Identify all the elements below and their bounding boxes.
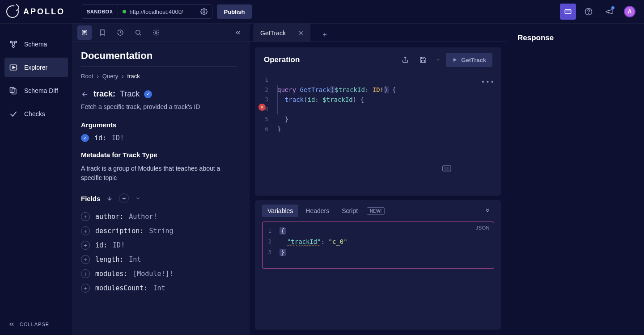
field-type[interactable]: Int [129, 255, 141, 264]
collapse-doc-icon[interactable] [231, 25, 245, 40]
help-icon[interactable] [580, 4, 597, 20]
nav-schema[interactable]: Schema [4, 34, 68, 54]
track-type[interactable]: Track [120, 89, 140, 99]
response-panel: Response [507, 24, 644, 335]
studio-icon[interactable] [560, 4, 576, 20]
fields-dropdown-icon[interactable] [135, 196, 140, 201]
operation-tab[interactable]: GetTrack ✕ [254, 24, 310, 42]
save-icon[interactable] [416, 53, 430, 67]
variables-tabs: Variables Headers Script NEW! [255, 200, 501, 222]
collapse-label: COLLAPSE [20, 322, 49, 327]
add-all-fields-icon[interactable]: + [119, 193, 129, 203]
tab-variables[interactable]: Variables [262, 205, 298, 217]
operation-code[interactable]: query GetTrack($trackId: ID!) { track(id… [273, 72, 501, 196]
save-dropdown-icon[interactable] [434, 53, 441, 67]
arg-id-name: id: [94, 134, 106, 142]
nav-schema-label: Schema [24, 41, 47, 48]
endpoint-url-field[interactable]: http://localhost:4000/ [118, 5, 212, 18]
svg-rect-15 [443, 166, 451, 171]
metadata-text: A track is a group of Modules that teach… [81, 164, 237, 183]
argument-check-icon[interactable]: ✓ [81, 134, 89, 142]
add-field-icon[interactable]: + [81, 241, 90, 250]
variables-code[interactable]: { "trackId": "c_0" } [275, 222, 494, 268]
add-field-icon[interactable]: + [81, 212, 90, 221]
argument-row: ✓ id: ID! [81, 134, 237, 142]
bookmark-icon[interactable] [95, 25, 110, 40]
settings-icon[interactable] [149, 25, 163, 40]
field-name[interactable]: length: [95, 255, 123, 264]
nav-checks-label: Checks [24, 110, 45, 117]
vars-line-gutter: 123 [263, 222, 275, 268]
fields-heading: Fields [81, 195, 100, 202]
keyboard-icon[interactable] [442, 146, 495, 191]
field-type[interactable]: String [149, 227, 173, 235]
connection-status-dot [123, 10, 126, 13]
field-name[interactable]: modulesCount: [95, 284, 148, 292]
field-row: +modules: [Module!]! [81, 267, 237, 281]
left-sidebar: Schema Explorer Schema Diff Checks COLLA… [0, 24, 73, 335]
endpoint-settings-icon[interactable] [200, 8, 208, 15]
doc-view-icon[interactable] [77, 25, 92, 40]
new-tab-button[interactable]: ＋ [318, 27, 332, 42]
tab-label: GetTrack [260, 29, 286, 37]
nav-explorer-label: Explorer [24, 64, 47, 71]
search-icon[interactable] [131, 25, 145, 40]
nav-explorer[interactable]: Explorer [4, 58, 68, 77]
field-type[interactable]: [Module!]! [133, 270, 173, 278]
error-marker-icon[interactable]: ✕ [258, 104, 266, 111]
field-row: +length: Int [81, 252, 237, 267]
svg-point-0 [203, 11, 205, 13]
svg-rect-1 [565, 10, 571, 14]
doc-body: Documentation Root› Query› track track: … [73, 42, 250, 335]
publish-button[interactable]: Publish [217, 4, 252, 19]
crumb-current: track [127, 73, 140, 80]
field-type[interactable]: ID! [113, 241, 125, 249]
metadata-heading: Metadata for Track Type [81, 151, 237, 159]
collapse-variables-icon[interactable] [481, 204, 494, 218]
sandbox-endpoint[interactable]: SANDBOX http://localhost:4000/ [82, 4, 212, 19]
documentation-panel: Documentation Root› Query› track track: … [73, 24, 250, 335]
crumb-query[interactable]: Query [102, 73, 118, 80]
field-name[interactable]: id: [95, 241, 107, 249]
nav-checks[interactable]: Checks [4, 104, 68, 124]
tab-script[interactable]: Script [336, 205, 363, 217]
field-type[interactable]: Author! [129, 213, 157, 221]
arg-id-type[interactable]: ID! [112, 134, 124, 142]
nav-schema-diff[interactable]: Schema Diff [4, 81, 68, 100]
variables-editor[interactable]: 123 { "trackId": "c_0" } [262, 222, 494, 269]
field-type[interactable]: Int [153, 284, 165, 292]
collapse-sidebar-button[interactable]: COLLAPSE [0, 314, 72, 335]
track-name: track: [93, 89, 115, 99]
endpoint-url: http://localhost:4000/ [130, 8, 183, 15]
tab-headers[interactable]: Headers [300, 205, 335, 217]
more-options-icon[interactable]: ••• [481, 77, 495, 87]
field-name[interactable]: modules: [95, 270, 127, 278]
operation-editor[interactable]: 123456 query GetTrack($trackId: ID!) { t… [255, 72, 501, 196]
share-icon[interactable] [398, 53, 412, 67]
schema-icon [9, 40, 18, 49]
track-description: Fetch a specific track, provided a track… [81, 103, 237, 110]
field-name[interactable]: description: [95, 227, 144, 235]
add-field-icon[interactable]: + [81, 226, 90, 235]
crumb-root[interactable]: Root [81, 73, 93, 80]
schema-diff-icon [9, 86, 18, 95]
doc-toolbar [73, 24, 250, 42]
add-field-icon[interactable]: + [81, 269, 90, 278]
add-field-icon[interactable]: + [81, 284, 90, 293]
back-arrow-icon[interactable] [81, 90, 89, 98]
run-operation-button[interactable]: GetTrack [446, 53, 492, 67]
user-avatar[interactable]: A [622, 4, 638, 20]
announcements-icon[interactable] [601, 4, 617, 20]
sort-icon[interactable] [106, 195, 113, 201]
operation-tabs: GetTrack ✕ ＋ [250, 24, 507, 42]
history-icon[interactable] [113, 25, 127, 40]
svg-point-12 [136, 30, 140, 34]
fields-list: +author: Author!+description: String+id:… [81, 209, 237, 295]
main-layout: Schema Explorer Schema Diff Checks COLLA… [0, 24, 644, 335]
field-row: +author: Author! [81, 209, 237, 224]
add-field-icon[interactable]: + [81, 255, 90, 264]
editor-area: GetTrack ✕ ＋ Operation [250, 24, 644, 335]
checks-icon [9, 109, 18, 118]
field-name[interactable]: author: [95, 213, 123, 221]
close-tab-icon[interactable]: ✕ [298, 29, 304, 37]
